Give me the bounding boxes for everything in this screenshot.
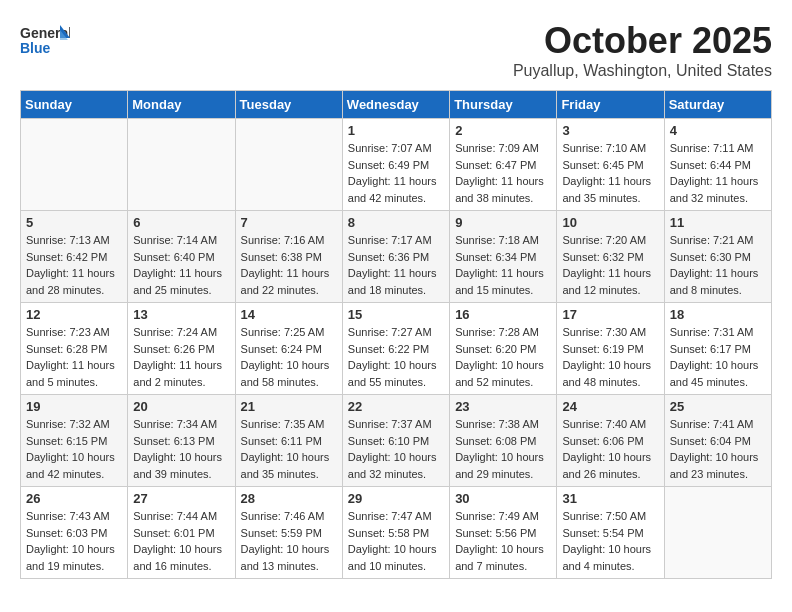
day-info-line: Sunset: 6:47 PM: [455, 157, 551, 174]
day-info: Sunrise: 7:25 AMSunset: 6:24 PMDaylight:…: [241, 324, 337, 390]
table-row: [664, 487, 771, 579]
day-info-line: Sunset: 6:11 PM: [241, 433, 337, 450]
day-number: 8: [348, 215, 444, 230]
table-row: 21Sunrise: 7:35 AMSunset: 6:11 PMDayligh…: [235, 395, 342, 487]
day-info: Sunrise: 7:17 AMSunset: 6:36 PMDaylight:…: [348, 232, 444, 298]
day-info-line: Sunrise: 7:30 AM: [562, 324, 658, 341]
day-number: 6: [133, 215, 229, 230]
page-header: General Blue October 2025 Puyallup, Wash…: [20, 20, 772, 80]
day-info-line: Sunrise: 7:23 AM: [26, 324, 122, 341]
table-row: 5Sunrise: 7:13 AMSunset: 6:42 PMDaylight…: [21, 211, 128, 303]
day-info-line: Sunset: 6:13 PM: [133, 433, 229, 450]
day-info: Sunrise: 7:40 AMSunset: 6:06 PMDaylight:…: [562, 416, 658, 482]
col-friday: Friday: [557, 91, 664, 119]
day-info-line: Sunrise: 7:35 AM: [241, 416, 337, 433]
day-info-line: Daylight: 10 hours and 48 minutes.: [562, 357, 658, 390]
title-area: October 2025 Puyallup, Washington, Unite…: [513, 20, 772, 80]
table-row: 7Sunrise: 7:16 AMSunset: 6:38 PMDaylight…: [235, 211, 342, 303]
table-row: 1Sunrise: 7:07 AMSunset: 6:49 PMDaylight…: [342, 119, 449, 211]
day-info-line: Sunset: 6:08 PM: [455, 433, 551, 450]
day-info-line: Sunset: 6:32 PM: [562, 249, 658, 266]
day-number: 1: [348, 123, 444, 138]
day-info: Sunrise: 7:47 AMSunset: 5:58 PMDaylight:…: [348, 508, 444, 574]
col-tuesday: Tuesday: [235, 91, 342, 119]
day-info-line: Sunset: 6:44 PM: [670, 157, 766, 174]
day-info: Sunrise: 7:37 AMSunset: 6:10 PMDaylight:…: [348, 416, 444, 482]
day-info: Sunrise: 7:35 AMSunset: 6:11 PMDaylight:…: [241, 416, 337, 482]
day-info-line: Daylight: 11 hours and 5 minutes.: [26, 357, 122, 390]
day-info-line: Sunrise: 7:18 AM: [455, 232, 551, 249]
col-wednesday: Wednesday: [342, 91, 449, 119]
day-number: 31: [562, 491, 658, 506]
day-info: Sunrise: 7:28 AMSunset: 6:20 PMDaylight:…: [455, 324, 551, 390]
day-info: Sunrise: 7:23 AMSunset: 6:28 PMDaylight:…: [26, 324, 122, 390]
day-info-line: Daylight: 10 hours and 13 minutes.: [241, 541, 337, 574]
day-info-line: Sunset: 5:58 PM: [348, 525, 444, 542]
day-number: 4: [670, 123, 766, 138]
day-info-line: Daylight: 10 hours and 52 minutes.: [455, 357, 551, 390]
day-info-line: Daylight: 11 hours and 42 minutes.: [348, 173, 444, 206]
day-info-line: Sunset: 6:49 PM: [348, 157, 444, 174]
calendar-table: Sunday Monday Tuesday Wednesday Thursday…: [20, 90, 772, 579]
day-info-line: Sunset: 6:34 PM: [455, 249, 551, 266]
table-row: 6Sunrise: 7:14 AMSunset: 6:40 PMDaylight…: [128, 211, 235, 303]
table-row: 14Sunrise: 7:25 AMSunset: 6:24 PMDayligh…: [235, 303, 342, 395]
day-info-line: Sunrise: 7:24 AM: [133, 324, 229, 341]
day-info-line: Sunrise: 7:25 AM: [241, 324, 337, 341]
col-saturday: Saturday: [664, 91, 771, 119]
day-info-line: Daylight: 11 hours and 32 minutes.: [670, 173, 766, 206]
day-info-line: Sunrise: 7:49 AM: [455, 508, 551, 525]
day-info-line: Daylight: 11 hours and 8 minutes.: [670, 265, 766, 298]
day-info: Sunrise: 7:32 AMSunset: 6:15 PMDaylight:…: [26, 416, 122, 482]
day-number: 20: [133, 399, 229, 414]
col-monday: Monday: [128, 91, 235, 119]
table-row: 8Sunrise: 7:17 AMSunset: 6:36 PMDaylight…: [342, 211, 449, 303]
table-row: 10Sunrise: 7:20 AMSunset: 6:32 PMDayligh…: [557, 211, 664, 303]
day-info-line: Sunrise: 7:47 AM: [348, 508, 444, 525]
table-row: 4Sunrise: 7:11 AMSunset: 6:44 PMDaylight…: [664, 119, 771, 211]
day-info-line: Sunset: 6:20 PM: [455, 341, 551, 358]
day-info-line: Daylight: 10 hours and 35 minutes.: [241, 449, 337, 482]
day-info: Sunrise: 7:16 AMSunset: 6:38 PMDaylight:…: [241, 232, 337, 298]
day-info-line: Sunset: 5:59 PM: [241, 525, 337, 542]
day-info-line: Sunrise: 7:28 AM: [455, 324, 551, 341]
day-info-line: Daylight: 11 hours and 2 minutes.: [133, 357, 229, 390]
col-sunday: Sunday: [21, 91, 128, 119]
table-row: 3Sunrise: 7:10 AMSunset: 6:45 PMDaylight…: [557, 119, 664, 211]
table-row: 17Sunrise: 7:30 AMSunset: 6:19 PMDayligh…: [557, 303, 664, 395]
day-info-line: Sunrise: 7:16 AM: [241, 232, 337, 249]
day-info-line: Sunrise: 7:10 AM: [562, 140, 658, 157]
day-info-line: Sunrise: 7:17 AM: [348, 232, 444, 249]
day-info-line: Sunset: 6:03 PM: [26, 525, 122, 542]
day-number: 12: [26, 307, 122, 322]
day-number: 27: [133, 491, 229, 506]
day-info-line: Sunset: 6:24 PM: [241, 341, 337, 358]
day-info-line: Sunrise: 7:34 AM: [133, 416, 229, 433]
day-info-line: Daylight: 11 hours and 22 minutes.: [241, 265, 337, 298]
day-info: Sunrise: 7:44 AMSunset: 6:01 PMDaylight:…: [133, 508, 229, 574]
day-info: Sunrise: 7:50 AMSunset: 5:54 PMDaylight:…: [562, 508, 658, 574]
day-info-line: Sunrise: 7:09 AM: [455, 140, 551, 157]
logo-graphic: General Blue: [20, 20, 70, 69]
month-title: October 2025: [513, 20, 772, 62]
day-info-line: Daylight: 11 hours and 28 minutes.: [26, 265, 122, 298]
day-info-line: Sunrise: 7:46 AM: [241, 508, 337, 525]
day-info-line: Sunrise: 7:40 AM: [562, 416, 658, 433]
day-info-line: Daylight: 10 hours and 26 minutes.: [562, 449, 658, 482]
day-info-line: Sunrise: 7:14 AM: [133, 232, 229, 249]
table-row: 20Sunrise: 7:34 AMSunset: 6:13 PMDayligh…: [128, 395, 235, 487]
table-row: 15Sunrise: 7:27 AMSunset: 6:22 PMDayligh…: [342, 303, 449, 395]
table-row: 2Sunrise: 7:09 AMSunset: 6:47 PMDaylight…: [450, 119, 557, 211]
table-row: 23Sunrise: 7:38 AMSunset: 6:08 PMDayligh…: [450, 395, 557, 487]
day-number: 21: [241, 399, 337, 414]
day-info-line: Sunset: 5:54 PM: [562, 525, 658, 542]
day-info-line: Sunset: 6:38 PM: [241, 249, 337, 266]
svg-text:Blue: Blue: [20, 40, 51, 56]
table-row: 19Sunrise: 7:32 AMSunset: 6:15 PMDayligh…: [21, 395, 128, 487]
day-info-line: Sunset: 6:22 PM: [348, 341, 444, 358]
table-row: 9Sunrise: 7:18 AMSunset: 6:34 PMDaylight…: [450, 211, 557, 303]
day-info-line: Sunrise: 7:27 AM: [348, 324, 444, 341]
day-info-line: Sunset: 6:10 PM: [348, 433, 444, 450]
table-row: 12Sunrise: 7:23 AMSunset: 6:28 PMDayligh…: [21, 303, 128, 395]
table-row: 30Sunrise: 7:49 AMSunset: 5:56 PMDayligh…: [450, 487, 557, 579]
